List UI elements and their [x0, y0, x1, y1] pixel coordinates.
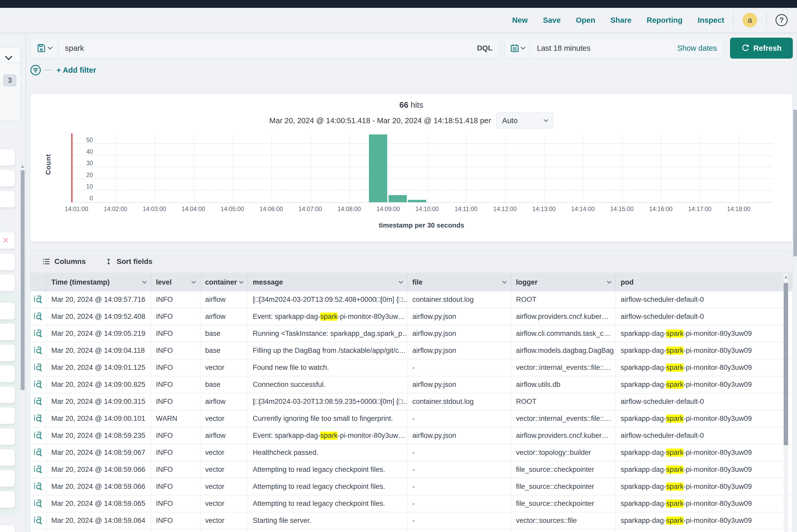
field-pill[interactable]: [0, 302, 15, 320]
cell-container: airflow: [200, 308, 247, 325]
field-pill[interactable]: [0, 365, 15, 382]
nav-share[interactable]: Share: [610, 16, 632, 24]
saved-queries-button[interactable]: [30, 38, 59, 58]
cell-logger: file_source::checkpointer: [511, 495, 615, 512]
expand-document-button[interactable]: [30, 478, 46, 495]
histogram-bar[interactable]: [389, 195, 407, 202]
expand-document-button[interactable]: [30, 512, 46, 529]
sort-fields-button[interactable]: Sort fields: [105, 258, 152, 266]
remove-field-icon[interactable]: ✕: [2, 236, 10, 245]
expand-document-button[interactable]: [30, 444, 46, 461]
search-input[interactable]: spark: [59, 44, 470, 53]
x-tick-label: 14:09:00: [376, 206, 400, 213]
field-pill[interactable]: [0, 525, 15, 532]
chevron-down-icon[interactable]: [502, 279, 507, 284]
histogram-bar[interactable]: [369, 134, 387, 202]
field-pill[interactable]: [0, 491, 15, 508]
cell-time: Mar 20, 2024 @ 14:09:04.118: [46, 342, 151, 359]
cell-pod: sparkapp-dag-spark-pi-monitor-80y3uw09: [615, 495, 792, 512]
add-filter-button[interactable]: + Add filter: [57, 66, 96, 75]
expand-document-button[interactable]: [30, 495, 46, 512]
field-pill[interactable]: ✕: [0, 232, 15, 249]
field-pill[interactable]: [0, 428, 15, 445]
help-icon[interactable]: ?: [776, 14, 787, 26]
cell-container: base: [200, 376, 247, 393]
expand-document-button[interactable]: [30, 411, 46, 427]
query-language-button[interactable]: DQL: [470, 44, 500, 52]
cell-level: INFO: [151, 444, 200, 461]
chevron-down-icon[interactable]: [607, 279, 611, 284]
expand-document-button[interactable]: [30, 308, 46, 325]
histogram-plot[interactable]: 01020304050: [71, 133, 772, 203]
expand-document-button[interactable]: [30, 291, 46, 308]
field-pill[interactable]: [0, 449, 15, 466]
time-range-caption: Mar 20, 2024 @ 14:00:51.418 - Mar 20, 20…: [269, 116, 491, 125]
cell-pod: sparkapp-dag-spark-pi-monitor-80y3uw09: [615, 325, 792, 342]
sidebar-scrollbar[interactable]: [21, 118, 24, 524]
cell-level: INFO: [151, 428, 200, 444]
field-pill[interactable]: [0, 170, 15, 187]
column-header-pod[interactable]: pod: [615, 273, 792, 291]
time-range-value[interactable]: Last 18 minutes: [530, 44, 677, 53]
expand-document-button[interactable]: [30, 461, 46, 478]
column-header-container[interactable]: container: [200, 273, 247, 291]
nav-new[interactable]: New: [512, 16, 528, 24]
column-header-level[interactable]: level: [151, 273, 200, 291]
nav-inspect[interactable]: Inspect: [698, 16, 724, 24]
avatar[interactable]: a: [743, 13, 757, 27]
field-pill[interactable]: [0, 253, 15, 270]
chevron-down-icon[interactable]: [399, 279, 403, 284]
filter-icon[interactable]: [30, 64, 41, 76]
search-highlight: spark: [666, 482, 683, 491]
x-tick-label: 14:08:00: [337, 206, 361, 213]
expand-document-button[interactable]: [30, 376, 46, 393]
table-scrollbar[interactable]: [784, 273, 788, 532]
cell-container: vector: [200, 444, 247, 461]
expand-document-button[interactable]: [30, 325, 46, 342]
field-pill[interactable]: [0, 149, 15, 166]
cell-pod: airflow-scheduler-default-0: [615, 308, 792, 325]
refresh-label: Refresh: [753, 44, 782, 53]
quick-select-button[interactable]: [505, 38, 530, 58]
page-scrollbar[interactable]: [793, 34, 797, 532]
expand-document-button[interactable]: [30, 359, 46, 376]
field-pill[interactable]: [0, 190, 15, 208]
cell-pod: sparkapp-dag-spark-pi-monitor-80y3uw09: [615, 444, 792, 461]
page-scrollbar-thumb[interactable]: [793, 110, 797, 256]
field-pill[interactable]: [0, 407, 15, 424]
column-header-file[interactable]: file: [407, 273, 511, 291]
field-pill[interactable]: [0, 323, 15, 341]
columns-button[interactable]: Columns: [42, 258, 86, 266]
chevron-down-icon[interactable]: [142, 279, 147, 284]
gridline-y: [71, 178, 772, 179]
field-pill[interactable]: [0, 470, 15, 487]
table-scrollbar-thumb[interactable]: [784, 283, 788, 445]
interval-select[interactable]: Auto: [496, 112, 553, 129]
nav-open[interactable]: Open: [576, 16, 595, 24]
fields-count-panel: 3: [0, 62, 21, 121]
date-picker: Last 18 minutes Show dates: [504, 38, 724, 59]
inspect-document-icon: [34, 397, 43, 406]
nav-reporting[interactable]: Reporting: [647, 16, 683, 24]
table-toolbar: Columns Sort fields: [30, 251, 792, 273]
chevron-down-icon: [5, 53, 12, 60]
nav-save[interactable]: Save: [543, 16, 561, 24]
sidebar-scrollbar-thumb[interactable]: [21, 170, 24, 390]
cell-message: Event: sparkapp-dag-spark-pi-monitor-80y…: [247, 428, 407, 444]
show-dates-button[interactable]: Show dates: [677, 44, 724, 53]
expand-document-button[interactable]: [30, 342, 46, 359]
expand-document-button[interactable]: [30, 428, 46, 444]
refresh-button[interactable]: Refresh: [730, 38, 793, 59]
field-pill[interactable]: [0, 386, 15, 403]
field-pill[interactable]: [0, 344, 15, 361]
expand-document-button[interactable]: [30, 393, 46, 410]
field-pill[interactable]: [0, 274, 15, 291]
chevron-down-icon[interactable]: [239, 279, 244, 284]
histogram-bar[interactable]: [408, 200, 426, 202]
column-header-logger[interactable]: logger: [511, 273, 615, 291]
column-header-time-timestamp[interactable]: Time (timestamp): [46, 273, 151, 291]
chevron-down-icon[interactable]: [191, 279, 196, 284]
chevron-down-icon: [48, 45, 52, 50]
cell-message: Connection successful.: [247, 376, 407, 393]
column-header-message[interactable]: message: [247, 273, 407, 291]
